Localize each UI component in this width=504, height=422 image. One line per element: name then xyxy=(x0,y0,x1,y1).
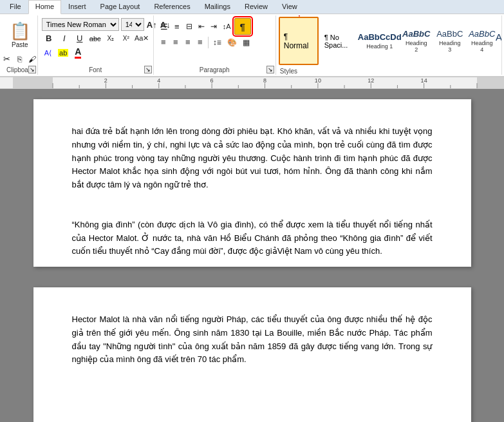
style-no-spacing[interactable]: ¶ No Spaci... xyxy=(320,17,360,65)
divider xyxy=(208,37,209,48)
style-title-sample: AaBbC xyxy=(496,32,501,43)
style-heading1-label: Heading 1 xyxy=(366,43,393,50)
paragraph-2 xyxy=(72,198,433,212)
ruler xyxy=(0,77,504,89)
align-right-button[interactable]: ≡ xyxy=(182,36,194,48)
style-no-spacing-sample: ¶ No Spaci... xyxy=(324,34,355,49)
bullet-list-button[interactable]: ☰ xyxy=(158,21,171,33)
bold-button[interactable]: B xyxy=(42,32,56,44)
tab-file[interactable]: File xyxy=(3,0,28,14)
copy-button[interactable]: ⎘ xyxy=(14,53,25,65)
clear-format-button[interactable]: Aa✕ xyxy=(135,33,149,44)
superscript-button[interactable]: X² xyxy=(119,33,133,44)
justify-button[interactable]: ≡ xyxy=(194,36,206,48)
page-2-content: Hector Malot là nhà văn nổi tiếng người … xyxy=(72,313,433,367)
ribbon-tab-bar: File Home Insert Page Layout References … xyxy=(0,0,504,14)
align-center-button[interactable]: ≡ xyxy=(170,36,182,48)
font-label: Font xyxy=(42,65,149,73)
subscript-button[interactable]: X₂ xyxy=(104,33,118,44)
page-2: Hector Malot là nhà văn nổi tiếng người … xyxy=(33,287,471,422)
style-normal-sample: ¶ Normal xyxy=(284,32,313,50)
group-font: Times New Roman Arial Calibri 14 12 10 1… xyxy=(38,15,154,75)
show-formatting-button[interactable]: ¶ xyxy=(234,18,251,35)
paragraph-3: “Không gia đình” (còn được dịch là Vô gi… xyxy=(72,218,433,258)
font-color-icon: A xyxy=(75,47,81,59)
numbered-list-button[interactable]: ≡ xyxy=(171,21,183,33)
shading-button[interactable]: 🎨 xyxy=(225,37,239,48)
cut-button[interactable]: ✂ xyxy=(1,53,13,65)
styles-label: Styles xyxy=(276,66,501,75)
font-size-select[interactable]: 14 12 10 16 xyxy=(121,18,144,31)
strikethrough-button[interactable]: abc xyxy=(88,33,102,44)
align-left-button[interactable]: ≡ xyxy=(158,36,169,48)
style-normal[interactable]: ¶ Normal xyxy=(279,17,319,65)
style-heading4-sample: AaBbC xyxy=(469,29,495,39)
styles-scroll-area: ▲ ▼ ◇ xyxy=(501,15,504,75)
tab-page-layout[interactable]: Page Layout xyxy=(93,0,147,14)
font-expand[interactable]: ↘ xyxy=(144,66,152,73)
ruler-marks xyxy=(0,77,504,88)
multilevel-list-button[interactable]: ⊟ xyxy=(183,21,195,32)
font-color-button[interactable]: A xyxy=(72,46,84,60)
normal-arrow-indicator xyxy=(286,15,312,19)
tab-review[interactable]: Review xyxy=(238,0,275,14)
paragraph-1: hai đứa trẻ bất hạnh lớn lên trong dòng … xyxy=(72,125,433,192)
style-heading3-sample: AaBbC xyxy=(436,29,463,39)
text-effects-button[interactable]: A⟨ xyxy=(42,47,54,59)
tab-view[interactable]: View xyxy=(275,0,304,14)
svg-marker-0 xyxy=(292,15,307,17)
page-1-content: hai đứa trẻ bất hạnh lớn lên trong dòng … xyxy=(72,125,433,258)
document-area: hai đứa trẻ bất hạnh lớn lên trong dòng … xyxy=(0,89,504,422)
sort-button[interactable]: ↕A xyxy=(220,21,234,32)
style-heading2-sample: AaBbC xyxy=(402,29,430,39)
styles-list: ¶ Normal ¶ No Spaci... AaBbCcDd Heading … xyxy=(276,15,501,66)
style-title[interactable]: AaBbC Title xyxy=(499,17,501,65)
group-paragraph: ☰ ≡ ⊟ ⇤ ⇥ ↕A ¶ ≡ ≡ ≡ ≡ ↕≡ xyxy=(154,15,276,75)
group-clipboard: 📋 Paste ✂ ⎘ 🖌 Clipboard ↘ xyxy=(3,15,38,75)
format-painter-button[interactable]: 🖌 xyxy=(26,53,39,65)
underline-button[interactable]: U xyxy=(73,32,87,44)
paragraph-page2-1: Hector Malot là nhà văn nổi tiếng người … xyxy=(72,313,433,367)
decrease-indent-button[interactable]: ⇤ xyxy=(196,21,207,32)
paste-label: Paste xyxy=(12,41,28,48)
text-highlight-button[interactable]: ab xyxy=(55,47,71,59)
group-styles: ¶ Normal ¶ No Spaci... AaBbCcDd Heading … xyxy=(276,15,501,75)
clipboard-expand[interactable]: ↘ xyxy=(28,66,36,73)
style-heading2-label: Heading 2 xyxy=(404,40,429,53)
tab-mailings[interactable]: Mailings xyxy=(198,0,238,14)
style-heading4-label: Heading 4 xyxy=(471,40,493,53)
style-heading4[interactable]: AaBbC Heading 4 xyxy=(467,17,498,65)
line-spacing-button[interactable]: ↕≡ xyxy=(210,37,224,48)
style-heading1[interactable]: AaBbCcDd Heading 1 xyxy=(361,17,398,65)
increase-indent-button[interactable]: ⇥ xyxy=(208,21,219,32)
paragraph-label: Paragraph xyxy=(158,65,272,73)
page-1: hai đứa trẻ bất hạnh lớn lên trong dòng … xyxy=(33,99,471,267)
style-heading1-sample: AaBbCcDd xyxy=(358,32,402,42)
style-heading2[interactable]: AaBbC Heading 2 xyxy=(400,17,433,65)
paragraph-expand[interactable]: ↘ xyxy=(266,66,274,73)
font-name-select[interactable]: Times New Roman Arial Calibri xyxy=(42,18,119,31)
tab-insert[interactable]: Insert xyxy=(61,0,93,14)
style-heading3-label: Heading 3 xyxy=(439,40,461,53)
style-heading3[interactable]: AaBbC Heading 3 xyxy=(434,17,465,65)
tab-home[interactable]: Home xyxy=(28,0,61,14)
borders-button[interactable]: ▦ xyxy=(240,37,252,48)
ribbon-body: 📋 Paste ✂ ⎘ 🖌 Clipboard ↘ Times New Roma… xyxy=(0,14,504,77)
tab-references[interactable]: References xyxy=(147,0,197,14)
italic-button[interactable]: I xyxy=(57,32,71,44)
paste-button[interactable]: 📋 Paste xyxy=(6,18,34,52)
paste-icon: 📋 xyxy=(10,21,30,41)
